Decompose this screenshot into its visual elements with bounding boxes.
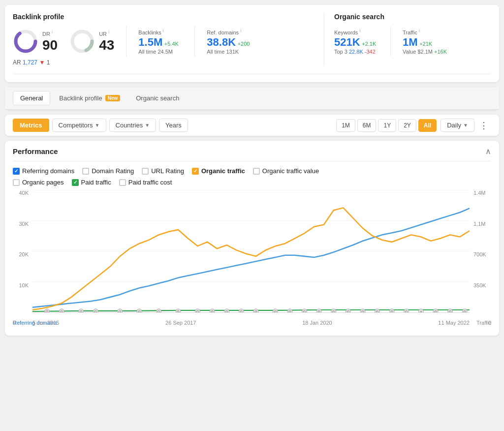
traffic-label: Traffic i	[403, 28, 447, 35]
more-options-button[interactable]: ⋮	[476, 119, 491, 132]
metrics-button[interactable]: Metrics	[13, 119, 49, 132]
traffic-delta: +21K	[419, 41, 432, 47]
tabs-bar: General Backlink profile New Organic sea…	[5, 87, 499, 110]
svg-text:G: G	[138, 310, 140, 312]
cb-paid-traffic[interactable]: ✓ Paid traffic	[72, 179, 111, 186]
svg-text:G: G	[390, 310, 393, 312]
period-6m-button[interactable]: 6M	[357, 119, 377, 132]
countries-dropdown[interactable]: Countries ▼	[109, 119, 157, 132]
tab-organic-search[interactable]: Organic search	[129, 91, 186, 105]
x-label-1: 5 Jun 2015	[32, 320, 59, 326]
period-1m-button[interactable]: 1M	[336, 119, 355, 132]
svg-text:G: G	[449, 310, 451, 312]
cb-organic-pages[interactable]: Organic pages	[13, 179, 64, 186]
competitors-dropdown[interactable]: Competitors ▼	[52, 119, 106, 132]
right-axis-ticks: 1.4M 1.1M 700K 350K	[472, 190, 491, 313]
backlinks-value: 1.5M	[138, 36, 162, 48]
backlinks-alltime: All time 24.5M	[138, 49, 183, 55]
keywords-value: 521K	[334, 36, 360, 48]
competitors-chevron-icon: ▼	[95, 123, 100, 128]
svg-text:G: G	[61, 310, 63, 312]
checkbox-row-2: Organic pages ✓ Paid traffic Paid traffi…	[13, 179, 491, 186]
backlinks-label: Backlinks i	[138, 28, 183, 35]
svg-text:G: G	[361, 310, 364, 312]
svg-text:G: G	[332, 310, 335, 312]
keywords-delta: +2.1K	[362, 41, 376, 47]
svg-text:G: G	[119, 310, 121, 312]
ur-donut-chart	[69, 29, 95, 54]
svg-text:G: G	[240, 310, 243, 312]
checkbox-row-1: ✓ Referring domains Domain Rating URL Ra…	[13, 167, 491, 175]
backlink-profile-title: Backlink profile	[13, 13, 314, 21]
performance-title: Performance	[13, 147, 58, 155]
backlinks-delta: +5.4K	[164, 41, 179, 47]
cb-organic-pages-box	[13, 179, 20, 186]
cb-organic-traffic[interactable]: ✓ Organic traffic	[192, 167, 245, 175]
x-zero-left: 0	[13, 320, 16, 326]
svg-text:G: G	[158, 310, 160, 312]
collapse-icon[interactable]: ∧	[485, 147, 491, 156]
ref-domains-delta: +200	[238, 41, 250, 47]
interval-dropdown[interactable]: Daily ▼	[441, 119, 474, 132]
ref-domains-alltime: All time 131K	[207, 49, 251, 55]
traffic-value: 1M	[403, 36, 418, 48]
interval-chevron-icon: ▼	[463, 123, 468, 128]
svg-text:G: G	[211, 310, 213, 312]
x-label-4: 11 May 2022	[438, 320, 470, 326]
svg-text:G: G	[317, 310, 320, 312]
ur-value: 43	[99, 37, 114, 53]
svg-text:G: G	[225, 310, 228, 312]
ar-row: AR 1,727 ▼ 1	[13, 59, 314, 66]
dr-value: 90	[42, 37, 58, 53]
performance-chart: Referring domains Traffic 40K 30K 20K 10…	[13, 190, 491, 328]
ar-value: 1,727	[23, 59, 37, 66]
x-label-2: 26 Sep 2017	[165, 320, 196, 326]
cb-domain-rating[interactable]: Domain Rating	[82, 167, 134, 175]
svg-text:G: G	[274, 310, 277, 312]
svg-text:G: G	[434, 310, 437, 312]
dr-donut-chart	[13, 29, 38, 54]
cb-paid-traffic-cost[interactable]: Paid traffic cost	[119, 179, 172, 186]
svg-text:G: G	[254, 310, 257, 312]
ar-delta: 1	[47, 59, 50, 66]
x-label-3: 18 Jan 2020	[302, 320, 332, 326]
x-zero-right: 0	[488, 320, 491, 326]
keywords-sub: Top 3 22.8K -342	[334, 49, 378, 55]
svg-text:G: G	[177, 310, 179, 312]
svg-text:G: G	[376, 310, 378, 312]
svg-text:G: G	[80, 310, 82, 312]
svg-text:a: a	[420, 310, 422, 312]
years-button[interactable]: Years	[159, 119, 188, 132]
cb-domain-rating-box	[82, 168, 89, 175]
new-badge: New	[105, 95, 121, 101]
cb-url-rating[interactable]: URL Rating	[142, 167, 184, 175]
cb-url-rating-box	[142, 168, 149, 175]
svg-text:G: G	[94, 310, 97, 312]
x-axis-labels: 5 Jun 2015 26 Sep 2017 18 Jan 2020 11 Ma…	[32, 314, 470, 328]
period-1y-button[interactable]: 1Y	[378, 119, 396, 132]
tab-general[interactable]: General	[13, 91, 50, 105]
svg-text:G: G	[196, 310, 199, 312]
period-all-button[interactable]: All	[418, 119, 437, 132]
dr-label: DR i	[42, 30, 58, 37]
cb-paid-traffic-box: ✓	[72, 179, 79, 186]
countries-chevron-icon: ▼	[145, 123, 150, 128]
svg-text:G: G	[46, 310, 48, 312]
svg-text:G: G	[463, 310, 466, 312]
period-2y-button[interactable]: 2Y	[398, 119, 416, 132]
cb-referring-domains-box: ✓	[13, 168, 20, 175]
cb-referring-domains[interactable]: ✓ Referring domains	[13, 167, 74, 175]
cb-paid-traffic-cost-box	[119, 179, 126, 186]
svg-text:G: G	[303, 310, 306, 312]
cb-organic-traffic-value-box	[253, 168, 260, 175]
svg-text:G: G	[405, 310, 408, 312]
svg-text:G: G	[288, 310, 291, 312]
svg-text:G: G	[347, 310, 349, 312]
ref-domains-value: 38.8K	[207, 36, 236, 48]
tab-backlink-profile[interactable]: Backlink profile New	[52, 91, 127, 105]
cb-organic-traffic-value[interactable]: Organic traffic value	[253, 167, 319, 175]
traffic-sub: Value $2.1M +16K	[403, 49, 447, 55]
ref-domains-label: Ref. domains i	[207, 28, 251, 35]
left-axis-ticks: 40K 30K 20K 10K	[13, 190, 31, 313]
organic-search-title: Organic search	[334, 13, 491, 21]
